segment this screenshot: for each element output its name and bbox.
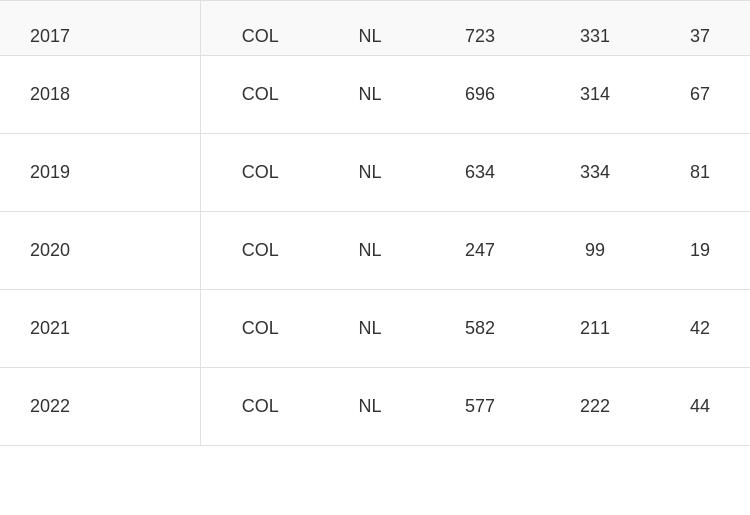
- team-cell: COL: [200, 56, 320, 134]
- hr-cell: 81: [650, 134, 750, 212]
- table-row: 2021 COL NL 582 211 42: [0, 290, 750, 368]
- h-cell: 314: [540, 56, 650, 134]
- team-cell: COL: [200, 212, 320, 290]
- stats-table-container: 2017 COL NL 723 331 37 2018 COL NL 696 3…: [0, 0, 750, 515]
- table-row: 2018 COL NL 696 314 67: [0, 56, 750, 134]
- table-row: 2019 COL NL 634 334 81: [0, 134, 750, 212]
- table-row: 2020 COL NL 247 99 19: [0, 212, 750, 290]
- league-cell: NL: [320, 56, 420, 134]
- hr-cell: 37: [650, 1, 750, 56]
- league-cell: NL: [320, 368, 420, 446]
- h-cell: 222: [540, 368, 650, 446]
- pa-cell: 247: [420, 212, 540, 290]
- stats-table: 2017 COL NL 723 331 37 2018 COL NL 696 3…: [0, 0, 750, 446]
- h-cell: 211: [540, 290, 650, 368]
- year-cell: 2021: [0, 290, 200, 368]
- h-cell: 99: [540, 212, 650, 290]
- league-cell: NL: [320, 290, 420, 368]
- league-cell: NL: [320, 134, 420, 212]
- year-cell: 2019: [0, 134, 200, 212]
- table-row: 2022 COL NL 577 222 44: [0, 368, 750, 446]
- pa-cell: 577: [420, 368, 540, 446]
- h-cell: 334: [540, 134, 650, 212]
- hr-cell: 19: [650, 212, 750, 290]
- year-cell: 2022: [0, 368, 200, 446]
- hr-cell: 44: [650, 368, 750, 446]
- table-row: 2017 COL NL 723 331 37: [0, 1, 750, 56]
- pa-cell: 696: [420, 56, 540, 134]
- year-cell: 2018: [0, 56, 200, 134]
- pa-cell: 634: [420, 134, 540, 212]
- team-cell: COL: [200, 1, 320, 56]
- year-cell: 2017: [0, 1, 200, 56]
- h-cell: 331: [540, 1, 650, 56]
- team-cell: COL: [200, 290, 320, 368]
- team-cell: COL: [200, 368, 320, 446]
- hr-cell: 67: [650, 56, 750, 134]
- league-cell: NL: [320, 212, 420, 290]
- pa-cell: 723: [420, 1, 540, 56]
- pa-cell: 582: [420, 290, 540, 368]
- league-cell: NL: [320, 1, 420, 56]
- year-cell: 2020: [0, 212, 200, 290]
- team-cell: COL: [200, 134, 320, 212]
- hr-cell: 42: [650, 290, 750, 368]
